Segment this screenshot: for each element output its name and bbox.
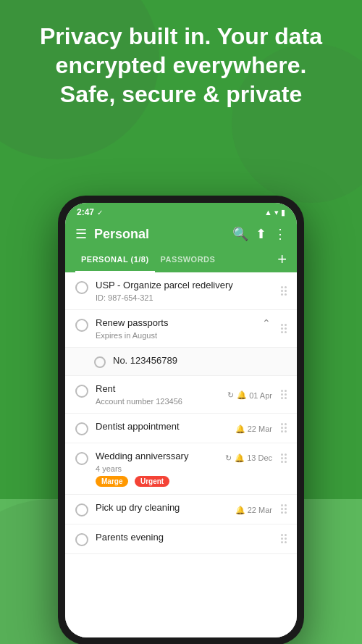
task-subtitle: Account number 123456 bbox=[96, 397, 227, 406]
task-checkbox[interactable] bbox=[75, 422, 88, 435]
drag-handle bbox=[277, 504, 287, 514]
task-title: Dentist appointment bbox=[96, 421, 235, 433]
task-title: No. 123456789 bbox=[113, 355, 287, 367]
hero-title: Privacy built in. Your data encrypted ev… bbox=[22, 22, 340, 109]
task-list: USP - Organize parcel redelivery ID: 987… bbox=[65, 272, 297, 637]
task-content: Wedding anniverssary 4 years Marge Urgen… bbox=[96, 451, 225, 487]
task-title: Pick up dry cleaning bbox=[96, 502, 235, 514]
task-date: 🔔 22 Mar bbox=[235, 506, 272, 515]
task-item: Parents evening bbox=[65, 524, 297, 554]
task-subtitle: 4 years bbox=[96, 464, 225, 473]
task-meta: 🔔 22 Mar bbox=[235, 425, 272, 434]
hero-section: Privacy built in. Your data encrypted ev… bbox=[0, 22, 362, 109]
drag-handle bbox=[277, 453, 287, 463]
task-title: Rent bbox=[96, 383, 227, 396]
task-title: Wedding anniverssary bbox=[96, 451, 225, 463]
status-right: ▲ ▾ ▮ bbox=[264, 208, 285, 217]
task-checkbox[interactable] bbox=[75, 281, 88, 294]
drag-handle bbox=[277, 534, 287, 543]
status-check-icon: ✓ bbox=[97, 209, 103, 217]
phone-mockup: 2:47 ✓ ▲ ▾ ▮ ☰ Personal 🔍 ⬆ ⋮ bbox=[58, 196, 304, 644]
task-checkbox[interactable] bbox=[75, 319, 88, 332]
task-item: Pick up dry cleaning 🔔 22 Mar bbox=[65, 495, 297, 524]
task-item: Wedding anniverssary 4 years Marge Urgen… bbox=[65, 443, 297, 495]
task-checkbox[interactable] bbox=[75, 503, 88, 517]
status-bar: 2:47 ✓ ▲ ▾ ▮ bbox=[65, 203, 297, 220]
more-icon[interactable]: ⋮ bbox=[274, 226, 287, 242]
task-checkbox[interactable] bbox=[75, 385, 88, 398]
sub-task-item: No. 123456789 bbox=[65, 348, 297, 376]
app-bar: ☰ Personal 🔍 ⬆ ⋮ bbox=[65, 220, 297, 248]
task-content: USP - Organize parcel redelivery ID: 987… bbox=[96, 280, 277, 302]
bell-icon: 🔔 bbox=[237, 390, 247, 400]
repeat-icon: ↻ bbox=[225, 453, 232, 463]
task-content: Pick up dry cleaning bbox=[96, 502, 235, 514]
drag-handle bbox=[277, 390, 287, 399]
signal-icon: ▲ bbox=[264, 208, 272, 217]
task-meta: ↻ 🔔 01 Apr bbox=[227, 390, 272, 400]
task-title: USP - Organize parcel redelivery bbox=[96, 280, 277, 292]
task-date: 🔔 01 Apr bbox=[237, 390, 272, 400]
wifi-icon: ▾ bbox=[274, 208, 279, 217]
task-meta: ↻ 🔔 13 Dec bbox=[225, 453, 272, 463]
task-content: Parents evening bbox=[96, 532, 277, 544]
task-date: 🔔 13 Dec bbox=[235, 453, 272, 463]
drag-handle bbox=[277, 423, 287, 432]
tab-personal[interactable]: PERSONAL (1/8) bbox=[75, 248, 155, 272]
task-checkbox[interactable] bbox=[75, 452, 88, 465]
task-content: Renew passports Expires in August bbox=[96, 317, 277, 340]
bell-icon: 🔔 bbox=[235, 453, 245, 463]
app-title: Personal bbox=[94, 227, 225, 242]
tag-marge: Marge bbox=[96, 476, 128, 487]
task-subtitle: ID: 987-654-321 bbox=[96, 293, 277, 302]
task-content: Rent Account number 123456 bbox=[96, 383, 227, 406]
phone-frame: 2:47 ✓ ▲ ▾ ▮ ☰ Personal 🔍 ⬆ ⋮ bbox=[58, 196, 304, 644]
task-checkbox[interactable] bbox=[75, 533, 88, 546]
tag-urgent: Urgent bbox=[135, 476, 169, 487]
share-icon[interactable]: ⬆ bbox=[256, 226, 266, 242]
drag-handle bbox=[277, 286, 287, 296]
drag-handle bbox=[277, 324, 287, 333]
sub-task-checkbox[interactable] bbox=[94, 356, 106, 368]
task-subtitle: Expires in August bbox=[96, 331, 277, 340]
task-item: Rent Account number 123456 ↻ 🔔 01 Apr bbox=[65, 376, 297, 414]
collapse-button[interactable]: ⌃ bbox=[262, 317, 271, 329]
tab-bar: PERSONAL (1/8) PASSWORDS + bbox=[65, 248, 297, 272]
task-item: Dentist appointment 🔔 22 Mar bbox=[65, 414, 297, 443]
search-icon[interactable]: 🔍 bbox=[232, 226, 248, 242]
bell-icon: 🔔 bbox=[235, 506, 245, 515]
tab-passwords[interactable]: PASSWORDS bbox=[155, 248, 222, 272]
status-left: 2:47 ✓ bbox=[77, 207, 103, 217]
task-item: USP - Organize parcel redelivery ID: 987… bbox=[65, 272, 297, 310]
task-meta: 🔔 22 Mar bbox=[235, 506, 272, 515]
task-item: Renew passports Expires in August ⌃ bbox=[65, 310, 297, 348]
task-title: Parents evening bbox=[96, 532, 277, 544]
battery-icon: ▮ bbox=[281, 208, 285, 217]
task-content: No. 123456789 bbox=[113, 355, 287, 367]
status-time: 2:47 bbox=[77, 207, 94, 217]
bell-icon: 🔔 bbox=[235, 425, 245, 434]
phone-screen: 2:47 ✓ ▲ ▾ ▮ ☰ Personal 🔍 ⬆ ⋮ bbox=[65, 203, 297, 637]
task-date: 🔔 22 Mar bbox=[235, 425, 272, 434]
task-content: Dentist appointment bbox=[96, 421, 235, 433]
menu-icon[interactable]: ☰ bbox=[75, 226, 87, 242]
repeat-icon: ↻ bbox=[227, 390, 234, 400]
add-tab-button[interactable]: + bbox=[277, 251, 287, 267]
task-tags: Marge Urgent bbox=[96, 473, 225, 487]
task-title: Renew passports bbox=[96, 317, 277, 330]
